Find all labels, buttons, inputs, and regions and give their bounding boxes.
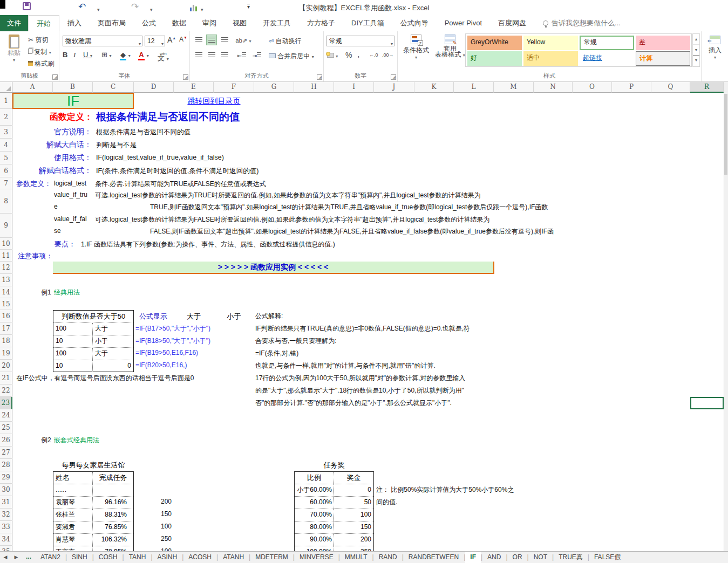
- format-as-table-button[interactable]: ✎ 套用表格格式 ▾: [434, 35, 466, 58]
- row-header-19[interactable]: 19: [0, 347, 12, 360]
- sheet-tab-TRUE真[interactable]: TRUE真: [554, 552, 588, 563]
- column-header-P[interactable]: P: [612, 82, 651, 93]
- merge-center-button[interactable]: 合并后居中 ▾: [269, 52, 314, 61]
- row-header-17[interactable]: 17: [0, 322, 12, 335]
- alignment-dialog-launcher-icon[interactable]: ◢: [317, 74, 322, 80]
- clipboard-dialog-launcher-icon[interactable]: ◢: [52, 74, 58, 80]
- left-cell-pct-2[interactable]: 88.31%: [92, 509, 133, 521]
- sheet-tab-TANH[interactable]: TANH: [124, 552, 151, 563]
- style-适中[interactable]: 适中: [523, 51, 578, 66]
- left-cell-name-3[interactable]: 要淑君: [53, 521, 92, 533]
- left-cell-pct-0[interactable]: [92, 484, 133, 496]
- sheet-tab-ACOSH[interactable]: ACOSH: [183, 552, 216, 563]
- font-size-combo[interactable]: 12▾: [145, 36, 165, 46]
- gallery-scroll-up-icon[interactable]: ▲: [693, 34, 699, 45]
- left-cell-name-2[interactable]: 张桂兰: [53, 509, 92, 521]
- phonetic-button[interactable]: wén文 ▾: [158, 51, 169, 61]
- percent-style-button[interactable]: %: [345, 51, 352, 59]
- left-cell-name-4[interactable]: 肖慧琴: [53, 534, 92, 546]
- left-cell-pct-4[interactable]: 106.32%: [92, 534, 133, 546]
- ribbon-tab-插入[interactable]: 插入: [59, 15, 90, 31]
- selected-cell[interactable]: [690, 397, 724, 409]
- example2-left-row-2[interactable]: 张桂兰88.31%: [53, 509, 133, 521]
- row-header-28[interactable]: 28: [0, 459, 12, 471]
- example1-cell-c19[interactable]: 大于: [92, 348, 133, 360]
- right-cell-ratio-2[interactable]: 70.00%: [295, 509, 334, 521]
- column-header-K[interactable]: K: [414, 82, 454, 93]
- column-header-D[interactable]: D: [134, 82, 174, 93]
- toc-link[interactable]: 跳转回到目录页: [174, 93, 254, 109]
- row-header-29[interactable]: 29: [0, 471, 12, 484]
- row-header-34[interactable]: 34: [0, 533, 12, 546]
- right-cell-ratio-0[interactable]: 小于60.00%: [295, 484, 334, 496]
- example1-table-row-0[interactable]: 100大于: [53, 322, 133, 335]
- row-header-33[interactable]: 33: [0, 521, 12, 533]
- left-cell-pct-3[interactable]: 76.85%: [92, 521, 133, 533]
- underline-button[interactable]: U ▾: [83, 51, 92, 59]
- cell-a1-function-name[interactable]: IF: [12, 93, 134, 109]
- style-超链接[interactable]: 超链接: [580, 51, 634, 66]
- row-header-18[interactable]: 18: [0, 335, 12, 347]
- align-right-button[interactable]: [219, 50, 230, 60]
- bold-button[interactable]: B: [63, 51, 67, 59]
- example2-right-row-1[interactable]: 60.00%50: [295, 496, 373, 509]
- column-header-H[interactable]: H: [294, 82, 334, 93]
- decrease-decimal-button[interactable]: .00→: [382, 52, 394, 58]
- ribbon-tab-审阅[interactable]: 审阅: [194, 15, 224, 31]
- font-name-combo[interactable]: 微软雅黑▾: [63, 36, 142, 46]
- ribbon-tab-页面布局[interactable]: 页面布局: [90, 15, 134, 31]
- example2-right-row-3[interactable]: 80.00%150: [295, 521, 373, 533]
- column-header-I[interactable]: I: [334, 82, 374, 93]
- row-header-35[interactable]: 35: [0, 546, 12, 551]
- ribbon-tab-Power Pivot[interactable]: Power Pivot: [437, 15, 490, 31]
- column-header-R[interactable]: R: [690, 82, 724, 93]
- row-header-32[interactable]: 32: [0, 509, 12, 521]
- sheet-tab-COSH[interactable]: COSH: [94, 552, 123, 563]
- row-header-27[interactable]: 27: [0, 447, 12, 459]
- row-header-26[interactable]: 26: [0, 434, 12, 447]
- column-header-J[interactable]: J: [374, 82, 414, 93]
- left-cell-pct-1[interactable]: 96.16%: [92, 497, 133, 509]
- ribbon-tab-公式[interactable]: 公式: [134, 15, 164, 31]
- column-header-Q[interactable]: Q: [651, 82, 690, 93]
- example1-table-row-2[interactable]: 100大于: [53, 347, 133, 360]
- row-header-14[interactable]: 14: [0, 286, 12, 298]
- style-计算[interactable]: 计算: [636, 51, 690, 66]
- sheet-tab-MMULT[interactable]: MMULT: [340, 552, 372, 563]
- row-header-21[interactable]: 21: [0, 372, 12, 385]
- column-header-N[interactable]: N: [534, 82, 573, 93]
- row-header-4[interactable]: 4: [0, 139, 12, 152]
- row-header-10[interactable]: 10: [0, 238, 12, 250]
- comma-style-button[interactable]: ,: [357, 50, 359, 59]
- grow-font-button[interactable]: A▲: [167, 36, 176, 44]
- example2-left-row-3[interactable]: 要淑君76.85%: [53, 521, 133, 533]
- style-好[interactable]: 好: [467, 51, 522, 66]
- row-header-11[interactable]: 11: [0, 250, 12, 262]
- ribbon-tab-公式向导[interactable]: 公式向导: [392, 15, 437, 31]
- bottom-align-button[interactable]: [219, 35, 230, 45]
- column-header-A[interactable]: A: [12, 82, 53, 93]
- row-header-3[interactable]: 3: [0, 126, 12, 139]
- right-cell-bonus-3[interactable]: 150: [334, 521, 373, 533]
- row-header-20[interactable]: 20: [0, 360, 12, 372]
- paste-button[interactable]: 粘贴 ▾: [3, 35, 25, 63]
- sheet-tab-NOT[interactable]: NOT: [529, 552, 552, 563]
- font-dialog-launcher-icon[interactable]: ◢: [183, 74, 188, 80]
- format-painter-button[interactable]: 格式刷: [28, 59, 54, 68]
- example2-left-row-4[interactable]: 肖慧琴106.32%: [53, 533, 133, 546]
- row-header-2[interactable]: 2: [0, 109, 12, 126]
- example1-cell-b18[interactable]: 10: [53, 335, 92, 347]
- row-header-25[interactable]: 25: [0, 422, 12, 434]
- right-cell-bonus-1[interactable]: 50: [334, 497, 373, 509]
- example2-right-row-2[interactable]: 70.00%100: [295, 509, 373, 521]
- copy-button[interactable]: 复制 ▾: [28, 47, 51, 57]
- sheet-tab-MINVERSE[interactable]: MINVERSE: [295, 552, 338, 563]
- example1-cell-b19[interactable]: 100: [53, 348, 92, 360]
- sheet-tab-SINH[interactable]: SINH: [67, 552, 92, 563]
- style-Yellow[interactable]: Yellow: [523, 36, 578, 50]
- right-cell-bonus-2[interactable]: 100: [334, 509, 373, 521]
- row-header-8[interactable]: 8: [0, 189, 12, 214]
- sheet-nav-left-icon[interactable]: ◀: [0, 552, 11, 563]
- column-header-M[interactable]: M: [494, 82, 534, 93]
- font-color-button[interactable]: A ▾: [138, 51, 149, 60]
